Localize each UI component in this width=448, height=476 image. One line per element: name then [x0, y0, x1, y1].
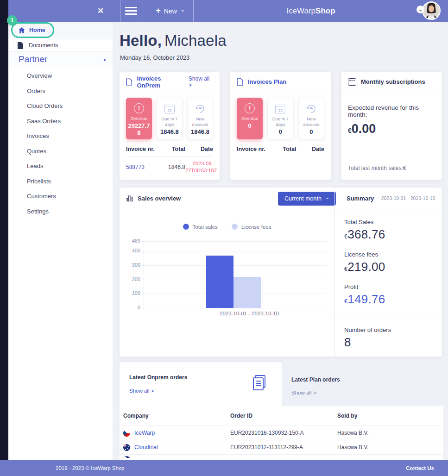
y-axis-tick: 200	[122, 276, 140, 282]
sales-overview-card: Sales overview Current month ⌄ Total sal…	[120, 188, 442, 357]
partner-menu: Overview Orders Cloud Orders Saas Orders…	[8, 67, 113, 219]
total-sales-metric: Total Sales €368.76	[335, 219, 442, 242]
sidebar-home-label: Home	[29, 27, 45, 33]
document-icon	[18, 42, 23, 49]
period-label: Current month	[284, 195, 322, 202]
sidebar-item-customers[interactable]: Customers	[8, 189, 113, 204]
number-of-orders-metric: Number of orders 8	[335, 326, 442, 350]
sidebar-item-home[interactable]: Home	[11, 22, 54, 38]
greeting: Hello,	[120, 32, 162, 49]
due-tile: 25 Due in 7 days 1846.8	[157, 98, 183, 139]
sold-by: Hascwa B.V.	[337, 430, 443, 436]
caret-up-icon: ▲	[103, 57, 107, 62]
new-button-label: New	[164, 7, 177, 15]
card-title: Monthly subscriptions	[361, 78, 425, 85]
user-avatar[interactable]: ⌄	[422, 1, 441, 20]
bell-refresh-icon	[195, 103, 206, 114]
summary-period: - 2023-10-01 - 2023-10-10	[378, 195, 435, 201]
bar-chart-icon	[126, 195, 133, 201]
company-link[interactable]: Cloudtrial	[134, 444, 158, 451]
order-id: EUR20231016-130932-150-A	[230, 430, 337, 436]
topbar-divider	[120, 0, 120, 22]
legend-dot	[183, 224, 189, 230]
tile-label: Overdue	[241, 116, 258, 121]
tile-value: 0	[277, 128, 284, 136]
y-axis-tick: 400	[122, 248, 140, 253]
expected-revenue-value: €0.00	[348, 122, 435, 136]
legend-license-fees[interactable]: License fees	[232, 224, 271, 230]
legend-label: Total sales	[193, 224, 218, 230]
sidebar-section-partner[interactable]: Partner ▲	[8, 52, 113, 67]
bar-license-fees[interactable]	[233, 277, 261, 308]
sidebar-item-documents[interactable]: Documents	[8, 39, 113, 52]
sidebar-item-pricelists[interactable]: Pricelists	[8, 174, 113, 189]
sidebar-item-settings[interactable]: Settings	[8, 204, 113, 219]
home-icon	[19, 27, 25, 33]
onprem-show-all-link[interactable]: Show all >	[189, 75, 213, 88]
onprem-invoice-table: Invoice nr. Total Date 588773 1846.8 202…	[126, 146, 213, 178]
company-link[interactable]: IceWarp	[134, 430, 155, 436]
user-name: Michaela	[164, 32, 227, 49]
column-header-sold-by: Sold by	[337, 413, 443, 419]
amount: 0.00	[352, 122, 376, 136]
new-button[interactable]: + New ⌄	[150, 0, 191, 22]
metric-value: 368.76	[347, 227, 385, 241]
tile-label: Due in 7 days	[157, 116, 182, 127]
chevron-down-icon: ⌄	[325, 194, 329, 200]
table-header-row: Company Order ID Sold by	[120, 406, 443, 426]
sidebar-item-cloud-orders[interactable]: Cloud Orders	[8, 99, 113, 114]
left-edge-strip	[0, 0, 8, 460]
table-row[interactable]: 588773 1846.8 2023-09-27T08:53:18Z	[126, 157, 213, 178]
sidebar-item-leads[interactable]: Leads	[8, 159, 113, 174]
avatar-photo	[422, 1, 441, 20]
metric-value: 149.76	[347, 292, 385, 306]
latest-orders-table: Company Order ID Sold by IceWarp EUR2023…	[120, 406, 443, 460]
period-select-button[interactable]: Current month ⌄	[278, 192, 336, 206]
onprem-orders-show-all-link[interactable]: Show all >	[129, 388, 154, 394]
sidebar-item-overview[interactable]: Overview	[8, 69, 113, 84]
tile-value: 29227.78	[126, 122, 152, 137]
invoice-icon	[126, 78, 132, 86]
tab-latest-plan-orders[interactable]: Latest Plan orders Show all >	[282, 366, 448, 405]
sidebar-item-invoices[interactable]: Invoices	[8, 129, 113, 144]
tile-value: 0	[246, 122, 253, 130]
sidebar: Home Documents Partner ▲ Overview Orders…	[8, 22, 113, 460]
contact-us-link[interactable]: Contact Us	[406, 465, 434, 471]
plan-invoice-table: Invoice nr. Total Date	[237, 146, 324, 156]
table-row[interactable]: Cloudtrial EUR20231012-113112-299-A Hasc…	[120, 440, 443, 455]
table-row[interactable]: IceWarp EUR20231016-130932-150-A Hascwa …	[120, 426, 443, 440]
tile-label: Overdue	[131, 116, 147, 121]
bar-total-sales[interactable]	[206, 256, 233, 308]
summary-title: Summary	[347, 195, 374, 202]
sidebar-item-quotes[interactable]: Quotes	[8, 144, 113, 159]
y-axis-tick: 300	[122, 262, 140, 268]
plan-orders-show-all-link[interactable]: Show all >	[291, 390, 316, 395]
australia-flag-icon	[123, 444, 130, 451]
topbar-divider	[193, 0, 194, 22]
chart-legend: Total sales License fees	[120, 224, 334, 230]
sales-bar-chart: 469 400 300 200 100 0 2023-10-01 - 2023-…	[144, 241, 327, 308]
column-header: Date	[185, 146, 213, 152]
sidebar-item-orders[interactable]: Orders	[8, 84, 113, 99]
sidebar-documents-label: Documents	[29, 42, 58, 49]
sidebar-item-saas-orders[interactable]: Saas Orders	[8, 114, 113, 129]
tile-value: 1846.8	[158, 128, 181, 136]
tab-title: Latest Onprem orders	[129, 374, 187, 381]
tile-value: 0	[308, 128, 315, 136]
czech-flag-icon	[123, 430, 130, 437]
avatar-chevron-icon[interactable]: ⌄	[416, 6, 424, 13]
column-header: Total	[161, 146, 185, 152]
warning-icon: !	[134, 103, 144, 113]
card-title: Invoices Plan	[248, 78, 286, 85]
invoice-number-link[interactable]: 588773	[126, 164, 161, 170]
legend-total-sales[interactable]: Total sales	[183, 224, 218, 230]
tile-value: 1846.8	[189, 128, 211, 136]
warning-icon: !	[245, 103, 255, 113]
chevron-down-icon: ⌄	[180, 6, 185, 13]
tab-latest-onprem-orders[interactable]: Latest Onprem orders Show all >	[120, 362, 282, 406]
topbar: ✕ + New ⌄ IceWarpShop ⌄	[8, 0, 448, 22]
brand-light: IceWarp	[286, 6, 315, 16]
column-header: Total	[272, 146, 297, 152]
close-icon[interactable]: ✕	[95, 0, 107, 22]
hamburger-menu-icon[interactable]	[125, 7, 137, 15]
